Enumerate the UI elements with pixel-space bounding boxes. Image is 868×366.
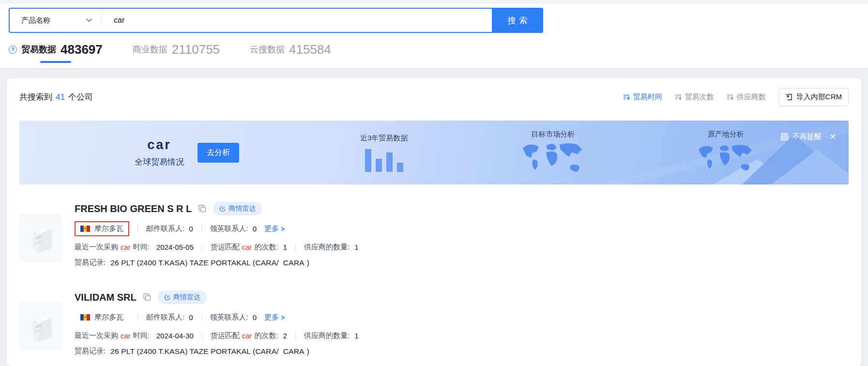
search-button[interactable]: 搜索 (492, 8, 543, 33)
supplier-count-label: 供应商的数量: (304, 331, 350, 340)
chevron-right-icon: > (281, 225, 285, 233)
search-bar: 产品名称 搜索 (9, 8, 543, 33)
target-market-title: 目标市场分析 (531, 130, 575, 139)
chevron-right-icon: > (281, 314, 285, 321)
business-radar-badge[interactable]: 商情雷达 (158, 290, 207, 304)
trade-record-text: 26 PLT (2400 T.KASA) TAZE PORTAKAL ( (110, 347, 255, 356)
country-highlight-box: 摩尔多瓦 (75, 221, 129, 236)
trade-record-text: ) (307, 259, 309, 267)
results-toolbar: 贸易时间 贸易次数 供应商数 导入内部CRM (623, 88, 849, 106)
sort-icon (727, 93, 734, 101)
supplier-count: 1 (354, 243, 358, 251)
more-link[interactable]: 更多 > (264, 224, 285, 233)
summary-suffix: 个公司 (68, 92, 93, 103)
company-stats-row: 最近一次采购 car 时间: 2024-05-05 货运匹配 car 的次数: … (75, 243, 359, 252)
keyword-match: car (121, 243, 131, 251)
summary-count: 41 (56, 92, 65, 102)
close-icon[interactable]: ✕ (830, 133, 836, 141)
trade-analysis-banner: car 全球贸易情况 去分析 近3年贸易数据 目标市场分析 (19, 121, 849, 184)
search-category-select[interactable]: 产品名称 (10, 9, 101, 32)
more-label: 更多 (264, 224, 279, 233)
copy-icon[interactable] (143, 293, 151, 301)
linkedin-contacts-count: 0 (253, 313, 257, 321)
company-name-row: VILIDAM SRL 商情雷达 (75, 290, 359, 304)
purchase-date: 2024-04-30 (156, 332, 194, 340)
match-count-label: 的次数: (255, 331, 278, 340)
help-icon[interactable]: ? (9, 46, 17, 54)
bar (397, 163, 403, 172)
sort-supplier-count[interactable]: 供应商数 (727, 92, 766, 102)
match-count: 2 (283, 332, 287, 340)
product-thumbnail[interactable] (19, 302, 62, 351)
analyze-button[interactable]: 去分析 (198, 143, 239, 163)
moldova-flag-icon (80, 226, 90, 232)
freight-match-label: 货运匹配 (211, 331, 240, 340)
keyword-match: car (242, 332, 252, 340)
email-contacts-count: 0 (189, 313, 193, 321)
business-radar-badge[interactable]: 商情雷达 (213, 202, 262, 215)
company-info: FRESH BIO GREEN S R L 商情雷达 摩尔多瓦 (75, 202, 359, 267)
trade-record-match: CARA/ (255, 259, 278, 267)
sort-label: 贸易次数 (685, 92, 714, 102)
search-input[interactable] (101, 9, 492, 32)
banner-keyword-block: car 全球贸易情况 (135, 137, 184, 168)
last-purchase-label: 最近一次采购 (75, 331, 118, 340)
tab-trade-data[interactable]: ? 贸易数据 483697 (9, 43, 103, 63)
company-name[interactable]: VILIDAM SRL (75, 292, 137, 303)
company-info: VILIDAM SRL 商情雷达 摩尔多瓦 (75, 290, 359, 356)
target-market-block: 目标市场分析 (519, 130, 587, 176)
sort-icon (675, 93, 682, 101)
last-purchase-label: 最近一次采购 (75, 243, 118, 252)
data-tabs: ? 贸易数据 483697 商业数据 2110755 云搜数据 415584 (9, 43, 868, 63)
radar-icon (164, 294, 170, 301)
dismiss-checkbox[interactable] (781, 133, 788, 140)
tab-business-data[interactable]: 商业数据 2110755 (133, 43, 220, 63)
sort-icon (623, 93, 630, 101)
more-link[interactable]: 更多 > (264, 313, 285, 322)
tab-cloud-search-data[interactable]: 云搜数据 415584 (250, 43, 331, 63)
trade-record-text: 26 PLT (2400 T.KASA) TAZE PORTAKAL ( (110, 259, 255, 267)
company-meta-row: 摩尔多瓦 邮件联系人: 0 领英联系人: 0 更多 > (75, 221, 359, 236)
banner-chart-title: 近3年贸易数据 (360, 134, 408, 143)
summary-prefix: 共搜索到 (19, 92, 52, 103)
purchase-date: 2024-05-05 (156, 243, 194, 251)
divider (202, 332, 202, 339)
world-map-icon (696, 142, 755, 176)
mini-bar-chart (365, 148, 403, 172)
banner-keyword: car (135, 137, 184, 152)
chevron-down-icon (86, 18, 92, 22)
tab-count: 2110755 (172, 43, 220, 56)
email-contacts-count: 0 (189, 225, 193, 233)
import-crm-label: 导入内部CRM (796, 92, 842, 102)
moldova-flag-icon (80, 314, 90, 320)
email-contacts-label: 邮件联系人: (146, 313, 184, 322)
dismiss-label[interactable]: 不再提醒 (792, 132, 822, 141)
trade-record-label: 贸易记录: (75, 258, 106, 267)
sort-trade-time[interactable]: 贸易时间 (623, 92, 662, 102)
banner-subtitle: 全球贸易情况 (135, 156, 184, 168)
company-name[interactable]: FRESH BIO GREEN S R L (75, 203, 192, 214)
origin-analysis-block: 原产地分析 (696, 130, 755, 176)
sort-label: 贸易时间 (633, 92, 662, 102)
time-label: 时间: (133, 243, 150, 252)
radar-icon (219, 206, 226, 212)
freight-match-label: 货运匹配 (211, 243, 240, 252)
company-card: VILIDAM SRL 商情雷达 摩尔多瓦 (19, 290, 849, 356)
import-crm-button[interactable]: 导入内部CRM (778, 88, 849, 106)
badge-label: 商情雷达 (228, 204, 256, 213)
time-label: 时间: (133, 331, 150, 340)
world-map-icon (519, 142, 587, 176)
country-name: 摩尔多瓦 (94, 224, 123, 233)
origin-analysis-title: 原产地分析 (708, 130, 744, 139)
trade-record-label: 贸易记录: (75, 347, 106, 356)
copy-icon[interactable] (198, 205, 206, 213)
search-header: 产品名称 搜索 ? 贸易数据 483697 商业数据 2110755 云搜数据 … (0, 4, 868, 68)
divider (201, 314, 202, 321)
sort-trade-count[interactable]: 贸易次数 (675, 92, 714, 102)
tab-label: 贸易数据 (21, 44, 56, 55)
company-name-row: FRESH BIO GREEN S R L 商情雷达 (75, 202, 359, 215)
divider (295, 332, 296, 339)
trade-record-text: ) (307, 347, 309, 356)
tab-label: 云搜数据 (250, 44, 285, 55)
product-thumbnail[interactable] (19, 214, 62, 262)
